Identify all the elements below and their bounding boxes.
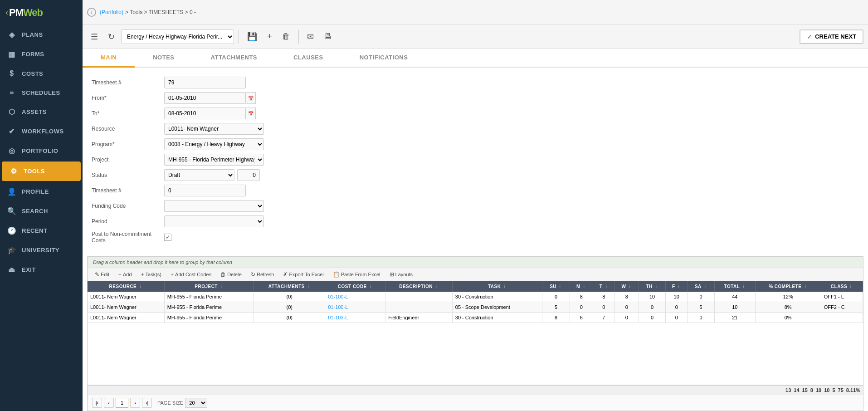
status-select[interactable]: Draft bbox=[164, 169, 234, 181]
cell-f: 0 bbox=[666, 313, 688, 323]
page-last-btn[interactable]: ›| bbox=[142, 398, 152, 408]
tools-icon: ⚙ bbox=[9, 167, 18, 176]
export-btn[interactable]: ✗ Export To Excel bbox=[279, 270, 327, 279]
page-prev-btn[interactable]: ‹ bbox=[104, 398, 114, 408]
cell-su: 0 bbox=[542, 292, 570, 302]
menu-button[interactable]: ☰ bbox=[87, 30, 102, 44]
timesheet-num2-row: Timesheet # bbox=[92, 185, 859, 196]
paste-btn[interactable]: 📋 Paste From Excel bbox=[329, 270, 384, 279]
add-cost-codes-btn[interactable]: + Add Cost Codes bbox=[167, 270, 215, 279]
page-size-select[interactable]: 20 50 100 bbox=[185, 398, 207, 408]
sidebar-label-tools: TOOLS bbox=[24, 168, 45, 175]
page-next-btn[interactable]: › bbox=[130, 398, 140, 408]
col-attachments: ATTACHMENTS ⋮ bbox=[254, 281, 325, 292]
status-num-input[interactable] bbox=[237, 169, 260, 181]
sidebar-item-tools[interactable]: ⚙ TOOLS bbox=[2, 161, 81, 181]
save-button[interactable]: 💾 bbox=[244, 30, 261, 44]
project-field-select[interactable]: MH-955 - Florida Perimeter Highway bbox=[164, 154, 264, 166]
sidebar-item-search[interactable]: 🔍 SEARCH bbox=[0, 201, 83, 221]
add-button[interactable]: + bbox=[263, 30, 276, 43]
cell-cost-code: 01-100-L bbox=[325, 302, 385, 313]
cell-f: 0 bbox=[666, 302, 688, 313]
cell-total: 21 bbox=[714, 313, 755, 323]
sidebar-item-university[interactable]: 🎓 UNIVERSITY bbox=[0, 240, 83, 260]
project-select[interactable]: Energy / Heavy Highway-Florida Perir... bbox=[121, 29, 234, 44]
email-button[interactable]: ✉ bbox=[303, 30, 317, 44]
sidebar-item-exit[interactable]: ⏏ EXIT bbox=[0, 260, 83, 279]
page-first-btn[interactable]: |‹ bbox=[92, 398, 102, 408]
timesheet-num-input[interactable] bbox=[164, 77, 246, 88]
task-btn[interactable]: + Task(s) bbox=[137, 270, 165, 279]
print-button[interactable]: 🖶 bbox=[320, 30, 336, 43]
breadcrumb: (Portfolio) > Tools > TIMESHEETS > 0 - bbox=[100, 9, 196, 15]
sidebar-item-schedules[interactable]: ≡ SCHEDULES bbox=[0, 83, 83, 102]
period-row: Period bbox=[92, 215, 859, 227]
cell-class: OFF1 - L bbox=[821, 292, 863, 302]
period-label: Period bbox=[92, 218, 164, 225]
program-row: Program* 0008 - Energy / Heavy Highway bbox=[92, 138, 859, 150]
program-select[interactable]: 0008 - Energy / Heavy Highway bbox=[164, 138, 264, 150]
cell-class bbox=[821, 313, 863, 323]
cost-code-link[interactable]: 01-100-L bbox=[328, 294, 348, 299]
cell-t: 0 bbox=[593, 302, 614, 313]
sidebar-item-workflows[interactable]: ✔ WORKFLOWS bbox=[0, 122, 83, 141]
to-input[interactable] bbox=[164, 108, 246, 119]
cost-code-link[interactable]: 01-103-L bbox=[328, 315, 348, 320]
cell-t: 8 bbox=[593, 292, 614, 302]
timesheet-num2-input[interactable] bbox=[164, 185, 246, 196]
cell-cost-code: 01-100-L bbox=[325, 292, 385, 302]
to-calendar-btn[interactable]: 📅 bbox=[246, 108, 256, 119]
refresh-btn[interactable]: ↻ Refresh bbox=[247, 270, 278, 279]
sidebar-label-schedules: SCHEDULES bbox=[22, 89, 60, 96]
page-current-input[interactable] bbox=[116, 398, 128, 408]
breadcrumb-portfolio-link[interactable]: (Portfolio) bbox=[100, 9, 123, 15]
col-total: TOTAL ⋮ bbox=[714, 281, 755, 292]
cell-attachments: (0) bbox=[254, 313, 325, 323]
tab-notes[interactable]: NOTES bbox=[135, 49, 192, 68]
sidebar-label-exit: EXIT bbox=[22, 266, 36, 273]
cell-project: MH-955 - Florida Perime bbox=[164, 313, 254, 323]
tab-main[interactable]: MAIN bbox=[83, 49, 135, 68]
delete-button[interactable]: 🗑 bbox=[278, 30, 294, 43]
sidebar-item-portfolio[interactable]: ◎ PORTFOLIO bbox=[0, 141, 83, 161]
sidebar-label-portfolio: PORTFOLIO bbox=[22, 147, 58, 154]
timesheet-num2-label: Timesheet # bbox=[92, 187, 164, 194]
sidebar-label-plans: PLANS bbox=[22, 31, 43, 38]
edit-btn[interactable]: ✎ Edit bbox=[91, 270, 113, 279]
undo-button[interactable]: ↻ bbox=[104, 30, 118, 44]
timesheet-num-label: Timesheet # bbox=[92, 79, 164, 86]
total-w: 8 bbox=[810, 387, 813, 393]
tab-attachments[interactable]: ATTACHMENTS bbox=[193, 49, 276, 68]
sidebar-item-plans[interactable]: ◈ PLANS bbox=[0, 25, 83, 44]
period-select[interactable] bbox=[164, 215, 264, 227]
sidebar-item-costs[interactable]: $ COSTS bbox=[0, 64, 83, 83]
layouts-icon: ⊞ bbox=[390, 271, 394, 278]
tab-clauses[interactable]: CLAUSES bbox=[275, 49, 341, 68]
create-next-button[interactable]: ✓ CREATE NEXT bbox=[800, 29, 863, 44]
cost-code-link[interactable]: 01-100-L bbox=[328, 304, 348, 310]
status-row: Status Draft bbox=[92, 169, 859, 181]
post-checkbox[interactable]: ✓ bbox=[164, 234, 171, 241]
project-row: Project MH-955 - Florida Perimeter Highw… bbox=[92, 154, 859, 166]
add-row-btn[interactable]: + Add bbox=[115, 270, 136, 279]
cell-total: 44 bbox=[714, 292, 755, 302]
col-resource: RESOURCE ⋮ bbox=[88, 281, 164, 292]
funding-code-select[interactable] bbox=[164, 200, 264, 212]
sidebar-item-recent[interactable]: 🕐 RECENT bbox=[0, 221, 83, 240]
total-t: 15 bbox=[802, 387, 808, 393]
layouts-btn[interactable]: ⊞ Layouts bbox=[386, 270, 417, 279]
delete-row-btn[interactable]: 🗑 Delete bbox=[217, 270, 245, 279]
from-calendar-btn[interactable]: 📅 bbox=[246, 92, 256, 104]
sidebar-item-assets[interactable]: ⬡ ASSETS bbox=[0, 102, 83, 122]
cell-total: 10 bbox=[714, 302, 755, 313]
forms-icon: ▦ bbox=[7, 50, 16, 59]
funding-code-row: Funding Code bbox=[92, 200, 859, 212]
cell-task: 30 - Construction bbox=[452, 313, 542, 323]
tab-notifications[interactable]: NOTIFICATIONS bbox=[341, 49, 426, 68]
logo-chevron: ‹ bbox=[5, 8, 8, 17]
info-icon[interactable]: i bbox=[87, 8, 96, 17]
sidebar-item-profile[interactable]: 👤 PROFILE bbox=[0, 182, 83, 201]
resource-select[interactable]: L0011- Nem Wagner bbox=[164, 123, 264, 135]
sidebar-item-forms[interactable]: ▦ FORMS bbox=[0, 44, 83, 64]
from-input[interactable] bbox=[164, 92, 246, 104]
